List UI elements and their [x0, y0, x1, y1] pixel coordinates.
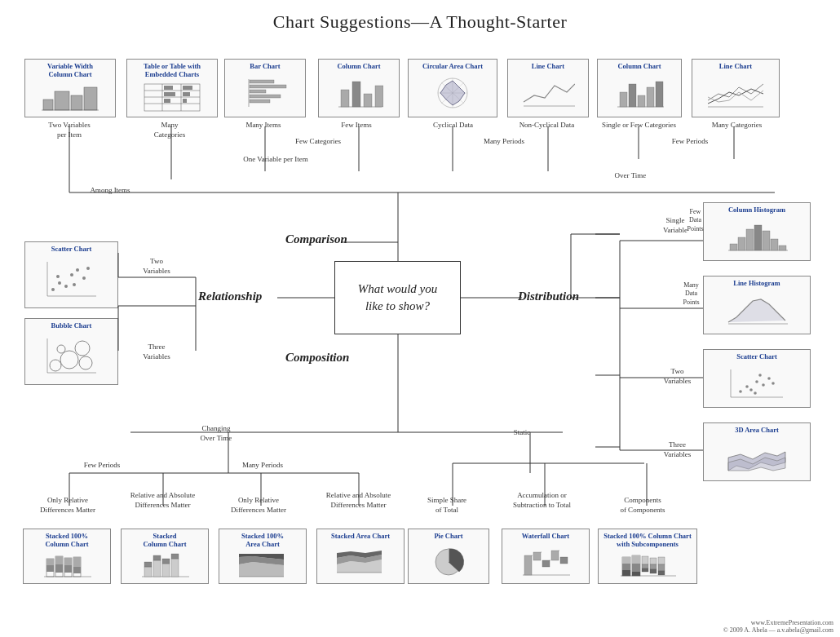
- svg-rect-84: [46, 559, 54, 565]
- svg-rect-139: [658, 557, 665, 564]
- svg-rect-118: [551, 551, 559, 560]
- few-categories-label: Few Categories: [228, 137, 408, 147]
- three-variables-label: ThreeVariables: [124, 343, 189, 361]
- svg-rect-132: [632, 572, 640, 576]
- table-embed-chart-title: Table or Table withEmbedded Charts: [144, 62, 201, 78]
- two-vars-dist-label: TwoVariables: [651, 367, 704, 386]
- many-items-label: Many Items: [227, 121, 300, 130]
- svg-rect-40: [656, 82, 663, 107]
- svg-rect-103: [171, 554, 179, 559]
- svg-rect-65: [763, 231, 770, 250]
- line-chart-manycat-title: Line Chart: [719, 62, 752, 70]
- svg-marker-33: [440, 81, 465, 105]
- svg-rect-0: [43, 100, 53, 110]
- svg-rect-126: [622, 557, 630, 564]
- svg-rect-141: [658, 571, 665, 575]
- svg-rect-16: [183, 86, 192, 90]
- svg-rect-26: [364, 94, 372, 107]
- svg-rect-116: [533, 552, 541, 560]
- line-chart-noncyclical-box: Line Chart: [507, 59, 589, 117]
- svg-rect-67: [779, 246, 786, 250]
- simple-share-label: Simple Shareof Total: [406, 496, 488, 515]
- non-cyclical-label: Non-Cyclical Data: [504, 121, 590, 130]
- only-rel-many-label: Only RelativeDifferences Matter: [214, 496, 303, 515]
- svg-rect-11: [164, 99, 170, 103]
- svg-point-47: [76, 268, 79, 272]
- col-chart-few-title: Column Chart: [337, 62, 380, 70]
- many-data-points-label: ManyDataPoints: [669, 281, 714, 307]
- svg-rect-140: [658, 564, 665, 571]
- many-categories-label: ManyCategories: [121, 121, 219, 139]
- svg-point-43: [58, 281, 61, 285]
- svg-rect-134: [642, 564, 648, 568]
- svg-rect-138: [650, 569, 657, 573]
- rel-abs-many-label: Relative and AbsoluteDifferences Matter: [312, 491, 405, 510]
- scatter-chart-title: Scatter Chart: [51, 245, 92, 253]
- svg-point-55: [79, 356, 92, 369]
- svg-point-72: [755, 380, 758, 383]
- area-3d-box: 3D Area Chart: [703, 422, 811, 481]
- center-question-box: What would youlike to show?: [334, 261, 461, 334]
- svg-rect-87: [55, 556, 63, 564]
- svg-rect-98: [153, 560, 161, 577]
- svg-rect-64: [754, 225, 762, 250]
- svg-point-57: [75, 341, 90, 356]
- svg-point-54: [60, 351, 78, 369]
- svg-rect-13: [164, 86, 173, 90]
- two-variables2-label: TwoVariables: [124, 257, 189, 276]
- svg-rect-38: [638, 95, 645, 107]
- svg-rect-18: [250, 80, 274, 83]
- svg-rect-25: [352, 82, 360, 107]
- line-chart-manycat-box: Line Chart: [692, 59, 780, 117]
- svg-point-69: [739, 390, 742, 393]
- svg-rect-24: [341, 90, 349, 107]
- svg-rect-37: [629, 84, 636, 107]
- few-periods-label: Few Periods: [592, 137, 788, 147]
- stacked100-col-title: Stacked 100%Column Chart: [45, 532, 88, 548]
- svg-point-53: [50, 360, 61, 371]
- svg-rect-97: [144, 562, 152, 567]
- footer-line2: © 2009 A. Abela — a.v.abela@gmail.com: [723, 626, 833, 634]
- svg-rect-133: [642, 556, 648, 564]
- svg-rect-127: [622, 564, 630, 570]
- svg-rect-63: [746, 229, 754, 250]
- svg-rect-85: [46, 565, 54, 572]
- svg-rect-94: [73, 567, 81, 573]
- col-histogram-box: Column Histogram: [703, 202, 811, 261]
- stacked-area-title: Stacked Area Chart: [331, 532, 390, 540]
- svg-rect-131: [632, 564, 640, 572]
- svg-point-75: [754, 391, 757, 395]
- svg-rect-3: [84, 87, 97, 110]
- svg-rect-36: [620, 92, 627, 107]
- svg-rect-39: [647, 87, 654, 107]
- svg-point-46: [70, 273, 73, 276]
- one-variable-label: One Variable per Item: [121, 155, 431, 165]
- svg-rect-136: [650, 558, 657, 564]
- components-label: Componentsof Components: [594, 496, 692, 515]
- svg-rect-20: [250, 90, 266, 93]
- stacked100-area-box: Stacked 100%Area Chart: [219, 529, 307, 584]
- svg-rect-27: [375, 86, 383, 107]
- accum-label: Accumulation orSubtraction to Total: [495, 491, 589, 510]
- svg-rect-102: [171, 559, 179, 577]
- svg-rect-137: [650, 564, 657, 569]
- svg-point-73: [762, 383, 765, 387]
- relationship-label: Relationship: [198, 290, 262, 303]
- among-items-label: Among Items: [61, 186, 159, 196]
- footer: www.ExtremePres­entation.com © 2009 A. A…: [723, 619, 833, 634]
- circ-area-chart-title: Circular Area Chart: [422, 62, 483, 70]
- svg-point-70: [745, 385, 749, 388]
- stacked100-area-title: Stacked 100%Area Chart: [241, 532, 284, 548]
- over-time-label: Over Time: [406, 171, 840, 181]
- svg-point-74: [767, 377, 771, 380]
- col-chart-single-box: Column Chart: [597, 59, 682, 117]
- svg-rect-14: [183, 99, 187, 103]
- pie-chart-title: Pie Chart: [434, 532, 462, 540]
- table-embed-chart-box: Table or Table withEmbedded Charts: [126, 59, 218, 117]
- svg-rect-135: [642, 568, 648, 572]
- line-chart-noncyclical-title: Line Chart: [532, 62, 564, 70]
- stacked-col-title: StackedColumn Chart: [143, 532, 186, 548]
- svg-point-49: [73, 283, 76, 286]
- svg-rect-62: [738, 237, 745, 250]
- pie-chart-box: Pie Chart: [408, 529, 489, 584]
